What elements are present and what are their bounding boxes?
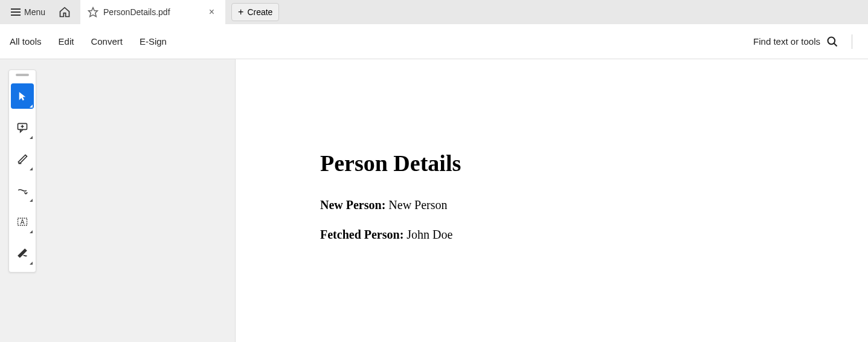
hamburger-icon — [11, 8, 21, 16]
toolbar-convert[interactable]: Convert — [91, 36, 123, 47]
create-label: Create — [247, 7, 272, 17]
svg-line-2 — [834, 43, 837, 46]
toolbar-left: All tools Edit Convert E-Sign — [10, 36, 167, 47]
menu-button[interactable]: Menu — [6, 4, 50, 21]
sign-icon — [16, 247, 28, 259]
comment-icon — [16, 121, 28, 134]
side-toolbar: A — [8, 69, 36, 273]
star-icon — [88, 7, 98, 18]
top-bar: Menu PersonDetails.pdf × + Create — [0, 0, 868, 24]
plus-icon: + — [238, 7, 243, 18]
menu-section: Menu — [0, 0, 74, 24]
toolbar-all-tools[interactable]: All tools — [10, 36, 42, 47]
svg-marker-0 — [89, 8, 98, 17]
doc-line2-value: John Doe — [407, 228, 452, 241]
doc-heading: Person Details — [320, 150, 783, 176]
comment-tool[interactable] — [11, 115, 34, 140]
search-icon — [826, 36, 838, 48]
create-button[interactable]: + Create — [231, 3, 279, 21]
textbox-icon: A — [16, 216, 28, 228]
select-tool[interactable] — [11, 83, 34, 109]
tab-title: PersonDetails.pdf — [103, 7, 201, 17]
textbox-tool[interactable]: A — [11, 209, 34, 234]
cursor-icon — [17, 90, 28, 102]
toolbar-esign[interactable]: E-Sign — [140, 36, 167, 47]
sign-tool[interactable] — [11, 240, 34, 266]
home-icon — [59, 6, 71, 18]
doc-line1-label: New Person: — [320, 198, 385, 211]
doc-line-1: New Person: New Person — [320, 198, 783, 212]
content-area: Person Details New Person: New Person Fe… — [0, 59, 868, 342]
highlight-tool[interactable] — [11, 146, 34, 172]
toolbar-divider — [852, 34, 852, 49]
home-button[interactable] — [55, 2, 74, 22]
highlight-icon — [16, 153, 28, 165]
doc-line1-value: New Person — [388, 198, 447, 211]
toolbar: All tools Edit Convert E-Sign Find text … — [0, 24, 868, 59]
draw-tool[interactable] — [11, 178, 34, 203]
freehand-icon — [16, 184, 28, 196]
find-label[interactable]: Find text or tools — [753, 36, 820, 47]
doc-line-2: Fetched Person: John Doe — [320, 228, 783, 242]
document-tab[interactable]: PersonDetails.pdf × — [80, 0, 225, 24]
search-button[interactable] — [826, 36, 838, 48]
drag-handle[interactable] — [16, 74, 29, 76]
svg-text:A: A — [21, 219, 25, 225]
svg-point-1 — [828, 37, 835, 44]
menu-label: Menu — [24, 7, 45, 17]
toolbar-right: Find text or tools — [753, 34, 858, 49]
document-viewer[interactable]: Person Details New Person: New Person Fe… — [236, 59, 868, 342]
close-tab-button[interactable]: × — [205, 5, 218, 19]
toolbar-edit[interactable]: Edit — [59, 36, 74, 47]
doc-line2-label: Fetched Person: — [320, 228, 403, 241]
